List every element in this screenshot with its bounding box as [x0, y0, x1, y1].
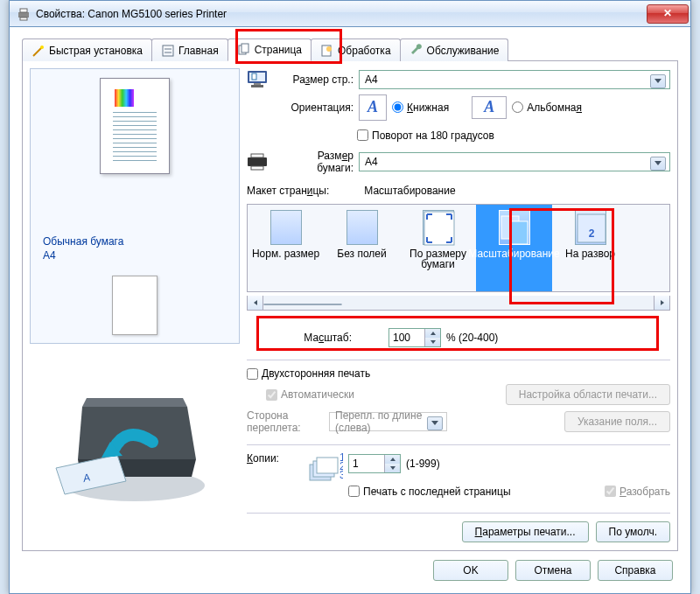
spin-up[interactable] — [385, 455, 400, 464]
portrait-icon: A — [359, 94, 387, 121]
dialog-footer: OK Отмена Справка — [22, 551, 678, 581]
collate-checkbox: Разобрать — [605, 486, 670, 498]
svg-text:3: 3 — [340, 469, 343, 481]
page-size-combo[interactable]: A4 — [359, 70, 670, 89]
chevron-down-icon — [654, 79, 662, 83]
tab-page-setup[interactable]: Страница — [228, 38, 312, 61]
paper-size-label: A4 — [39, 249, 230, 262]
output-size-label: Размербумаги: — [273, 150, 354, 174]
print-params-button[interactable]: Параметры печати... — [462, 521, 589, 542]
copies-range: (1-999) — [406, 458, 440, 470]
margin-button: Указание поля... — [564, 411, 670, 432]
scaling-range: % (20-400) — [446, 332, 498, 344]
svg-point-4 — [40, 45, 44, 49]
pages-icon — [237, 43, 251, 57]
page-size-label: Размер стр.: — [273, 73, 354, 86]
scaling-input[interactable] — [389, 329, 424, 346]
printer-properties-window: Свойства: Canon MG5100 series Printer ✕ … — [9, 0, 691, 594]
print-area-button: Настройка области печати... — [506, 384, 670, 405]
svg-rect-0 — [18, 12, 29, 17]
chevron-down-icon — [431, 421, 438, 425]
binding-side-combo: Перепл. по длине (слева) — [329, 412, 447, 431]
scroll-right-button[interactable] — [654, 296, 669, 311]
layout-normal[interactable]: Норм. размер — [248, 205, 324, 290]
svg-rect-20 — [248, 157, 267, 166]
copies-input[interactable] — [349, 455, 384, 472]
svg-rect-17 — [252, 73, 256, 80]
layout-label: Макет страницы: — [247, 185, 329, 197]
page-preview — [100, 78, 170, 174]
svg-text:2: 2 — [588, 227, 594, 240]
right-panel: Размер стр.: A4 Ориентация: A Книжная A … — [240, 68, 670, 543]
tab-main[interactable]: Главная — [151, 38, 228, 61]
orientation-label: Ориентация: — [273, 101, 354, 114]
titlebar: Свойства: Canon MG5100 series Printer ✕ — [10, 1, 690, 27]
layout-spread[interactable]: 2На развор — [552, 205, 628, 290]
monitor-icon — [247, 70, 268, 89]
sliders-icon — [161, 44, 175, 58]
left-panel: Обычная бумага A4 A — [30, 68, 240, 543]
scale-icon — [499, 210, 530, 245]
printer-small-icon — [247, 152, 268, 171]
duplex-checkbox[interactable]: Двухсторонняя печать — [247, 367, 670, 380]
scaling-label: Масштаб: — [247, 332, 352, 344]
print-from-last-checkbox[interactable]: Печать с последней страницы — [348, 486, 511, 498]
scaling-spinner[interactable] — [388, 328, 441, 347]
scroll-thumb[interactable] — [263, 304, 342, 305]
svg-point-11 — [326, 46, 332, 52]
layout-carousel: Норм. размер Без полей По размеру бумаги… — [247, 204, 670, 291]
window-title: Свойства: Canon MG5100 series Printer — [36, 8, 647, 20]
wrench-icon — [410, 44, 424, 58]
svg-rect-5 — [163, 45, 173, 56]
orientation-portrait-radio[interactable]: Книжная — [392, 101, 449, 114]
orientation-landscape-radio[interactable]: Альбомная — [512, 101, 582, 114]
svg-rect-1 — [20, 9, 27, 12]
layout-current: Масштабирование — [364, 185, 455, 197]
svg-rect-9 — [242, 44, 248, 52]
svg-rect-30 — [317, 458, 338, 473]
tab-effects[interactable]: Обработка — [311, 38, 401, 61]
spread-icon: 2 — [575, 210, 606, 245]
copies-label: Копии: — [247, 452, 299, 465]
spin-down[interactable] — [385, 464, 400, 472]
tab-strip: Быстрая установка Главная Страница Обраб… — [22, 38, 678, 61]
output-size-combo[interactable]: A4 — [359, 152, 670, 171]
chevron-down-icon — [654, 161, 662, 165]
printer-illustration: A — [30, 354, 240, 521]
preview-box: Обычная бумага A4 — [30, 68, 240, 344]
wand-icon — [32, 44, 46, 58]
ok-button[interactable]: OK — [433, 560, 508, 581]
scroll-left-button[interactable] — [248, 296, 263, 311]
rotate-180-checkbox[interactable]: Поворот на 180 градусов — [357, 129, 494, 142]
collate-icon: 123 — [304, 452, 343, 487]
svg-rect-22 — [251, 166, 263, 170]
help-button[interactable]: Справка — [598, 560, 673, 581]
tab-quick-setup[interactable]: Быстрая установка — [22, 38, 152, 61]
effects-icon — [320, 44, 334, 58]
layout-fit-to-page[interactable]: По размеру бумаги — [400, 205, 476, 290]
binding-side-label: Сторона переплета: — [247, 409, 324, 434]
layout-scaled[interactable]: Масштабирование — [476, 205, 552, 290]
layout-borderless[interactable]: Без полей — [324, 205, 400, 290]
fit-icon — [423, 210, 454, 245]
spin-down[interactable] — [425, 338, 440, 346]
tab-content: Обычная бумага A4 A — [22, 61, 678, 551]
svg-rect-19 — [251, 85, 263, 87]
defaults-button[interactable]: По умолч. — [596, 521, 670, 542]
paper-type-label: Обычная бумага — [39, 235, 230, 248]
printer-icon — [17, 7, 31, 21]
landscape-icon: A — [472, 96, 507, 119]
svg-rect-25 — [510, 221, 528, 244]
spin-up[interactable] — [425, 329, 440, 338]
svg-rect-23 — [424, 212, 454, 245]
svg-rect-21 — [251, 154, 263, 157]
layout-scrollbar[interactable] — [247, 296, 670, 311]
copies-spinner[interactable] — [348, 454, 401, 473]
svg-line-3 — [33, 47, 42, 56]
tab-maintenance[interactable]: Обслуживание — [400, 38, 509, 61]
output-preview — [112, 276, 158, 335]
cancel-button[interactable]: Отмена — [515, 560, 591, 581]
svg-rect-2 — [20, 17, 27, 20]
auto-duplex-checkbox: Автоматически — [266, 388, 354, 401]
close-button[interactable]: ✕ — [647, 4, 689, 24]
